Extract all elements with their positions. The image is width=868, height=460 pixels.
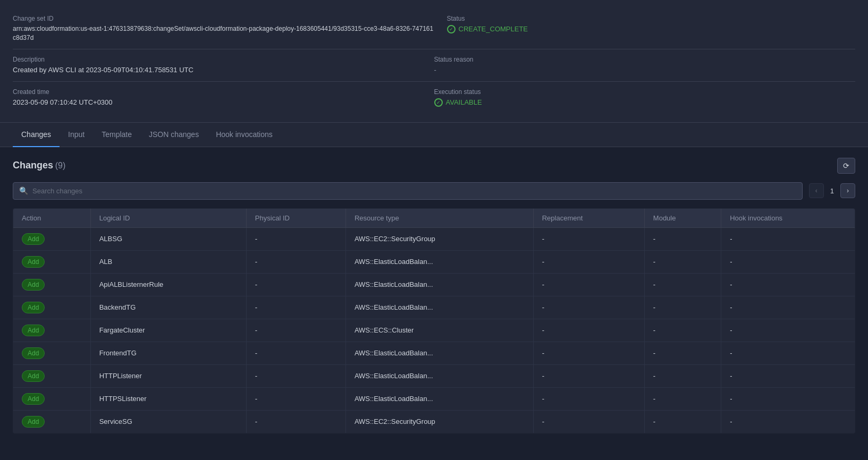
status-reason-label: Status reason xyxy=(434,56,856,63)
table-row[interactable]: AddApiALBListernerRule-AWS::ElasticLoadB… xyxy=(13,273,855,296)
cell-physicalId-5: - xyxy=(246,342,345,364)
created-time-value: 2023-05-09 07:10:42 UTC+0300 xyxy=(13,98,434,107)
cell-logicalId-4: FargateCluster xyxy=(90,319,246,342)
tabs-bar: Changes Input Template JSON changes Hook… xyxy=(0,123,868,147)
refresh-icon: ⟳ xyxy=(843,161,849,170)
action-badge-7: Add xyxy=(22,393,45,405)
action-badge-0: Add xyxy=(22,233,45,245)
cell-logicalId-3: BackendTG xyxy=(90,296,246,319)
cell-replacement-7: - xyxy=(533,387,644,410)
cell-logicalId-5: FrontendTG xyxy=(90,342,246,364)
cell-logicalId-1: ALB xyxy=(90,250,246,273)
refresh-button[interactable]: ⟳ xyxy=(837,158,855,174)
cell-logicalId-8: ServiceSG xyxy=(90,410,246,433)
col-hook-invocations: Hook invocations xyxy=(721,208,855,227)
cell-module-7: - xyxy=(644,387,721,410)
cell-action-5: Add xyxy=(13,342,91,364)
cell-resourceType-0: AWS::EC2::SecurityGroup xyxy=(345,227,533,250)
cell-action-6: Add xyxy=(13,364,91,387)
cell-resourceType-6: AWS::ElasticLoadBalan... xyxy=(345,364,533,387)
execution-status-value: AVAILABLE xyxy=(434,98,856,107)
cell-replacement-8: - xyxy=(533,410,644,433)
search-input[interactable] xyxy=(13,182,803,200)
changeset-id-cell: Change set ID arn:aws:cloudformation:us-… xyxy=(13,8,434,49)
section-title-area: Changes (9) xyxy=(13,160,65,171)
cell-module-1: - xyxy=(644,250,721,273)
cell-module-3: - xyxy=(644,296,721,319)
tab-hook-invocations[interactable]: Hook invocations xyxy=(207,123,281,147)
cell-hookInvocations-3: - xyxy=(721,296,855,319)
table-header-row: Action Logical ID Physical ID Resource t… xyxy=(13,208,855,227)
created-time-label: Created time xyxy=(13,88,434,96)
status-cell: Status CREATE_COMPLETE xyxy=(434,8,856,49)
tab-template[interactable]: Template xyxy=(93,123,140,147)
action-badge-5: Add xyxy=(22,347,45,359)
status-reason-value: - xyxy=(434,65,856,75)
table-row[interactable]: AddHTTPListener-AWS::ElasticLoadBalan...… xyxy=(13,364,855,387)
col-logical-id: Logical ID xyxy=(90,208,246,227)
table-row[interactable]: AddHTTPSListener-AWS::ElasticLoadBalan..… xyxy=(13,387,855,410)
table-row[interactable]: AddServiceSG-AWS::EC2::SecurityGroup--- xyxy=(13,410,855,433)
cell-action-8: Add xyxy=(13,410,91,433)
table-row[interactable]: AddALB-AWS::ElasticLoadBalan...--- xyxy=(13,250,855,273)
cell-resourceType-4: AWS::ECS::Cluster xyxy=(345,319,533,342)
cell-hookInvocations-2: - xyxy=(721,273,855,296)
cell-action-7: Add xyxy=(13,387,91,410)
action-badge-3: Add xyxy=(22,302,45,313)
cell-hookInvocations-0: - xyxy=(721,227,855,250)
table-row[interactable]: AddFargateCluster-AWS::ECS::Cluster--- xyxy=(13,319,855,342)
table-row[interactable]: AddFrontendTG-AWS::ElasticLoadBalan...--… xyxy=(13,342,855,364)
cell-replacement-6: - xyxy=(533,364,644,387)
status-complete-icon xyxy=(447,25,456,33)
status-reason-cell: Status reason - xyxy=(434,49,856,82)
cell-logicalId-6: HTTPListener xyxy=(90,364,246,387)
description-value: Created by AWS CLI at 2023-05-09T04:10:4… xyxy=(13,65,434,75)
changes-table: Action Logical ID Physical ID Resource t… xyxy=(13,208,855,433)
description-cell: Description Created by AWS CLI at 2023-0… xyxy=(13,49,434,82)
col-physical-id: Physical ID xyxy=(246,208,345,227)
action-badge-2: Add xyxy=(22,279,45,291)
count-badge: (9) xyxy=(55,161,66,170)
table-row[interactable]: AddBackendTG-AWS::ElasticLoadBalan...--- xyxy=(13,296,855,319)
cell-hookInvocations-1: - xyxy=(721,250,855,273)
top-info-section: Change set ID arn:aws:cloudformation:us-… xyxy=(0,0,868,123)
action-badge-6: Add xyxy=(22,370,45,382)
cell-logicalId-7: HTTPSListener xyxy=(90,387,246,410)
search-container: 🔍 xyxy=(13,182,803,200)
cell-replacement-1: - xyxy=(533,250,644,273)
tab-changes[interactable]: Changes xyxy=(13,123,60,147)
action-badge-8: Add xyxy=(22,416,45,428)
cell-resourceType-7: AWS::ElasticLoadBalan... xyxy=(345,387,533,410)
section-title: Changes xyxy=(13,160,53,171)
cell-physicalId-7: - xyxy=(246,387,345,410)
cell-resourceType-1: AWS::ElasticLoadBalan... xyxy=(345,250,533,273)
page-number: 1 xyxy=(826,187,838,195)
cell-action-3: Add xyxy=(13,296,91,319)
cell-module-0: - xyxy=(644,227,721,250)
tab-json-changes[interactable]: JSON changes xyxy=(140,123,207,147)
tab-input[interactable]: Input xyxy=(60,123,93,147)
col-resource-type: Resource type xyxy=(345,208,533,227)
cell-resourceType-3: AWS::ElasticLoadBalan... xyxy=(345,296,533,319)
table-body: AddALBSG-AWS::EC2::SecurityGroup---AddAL… xyxy=(13,227,855,433)
section-header: Changes (9) ⟳ xyxy=(13,158,855,174)
changeset-id-value: arn:aws:cloudformation:us-east-1:4763138… xyxy=(13,24,434,42)
cell-hookInvocations-4: - xyxy=(721,319,855,342)
cell-action-4: Add xyxy=(13,319,91,342)
table-row[interactable]: AddALBSG-AWS::EC2::SecurityGroup--- xyxy=(13,227,855,250)
cell-action-0: Add xyxy=(13,227,91,250)
cell-module-6: - xyxy=(644,364,721,387)
cell-action-1: Add xyxy=(13,250,91,273)
cell-physicalId-1: - xyxy=(246,250,345,273)
action-badge-1: Add xyxy=(22,256,45,268)
col-action: Action xyxy=(13,208,91,227)
status-value: CREATE_COMPLETE xyxy=(447,24,856,34)
cell-physicalId-2: - xyxy=(246,273,345,296)
changeset-id-label: Change set ID xyxy=(13,15,434,22)
cell-replacement-4: - xyxy=(533,319,644,342)
prev-page-button[interactable]: ‹ xyxy=(809,183,824,198)
col-module: Module xyxy=(644,208,721,227)
cell-physicalId-4: - xyxy=(246,319,345,342)
next-page-button[interactable]: › xyxy=(840,183,855,198)
cell-resourceType-2: AWS::ElasticLoadBalan... xyxy=(345,273,533,296)
